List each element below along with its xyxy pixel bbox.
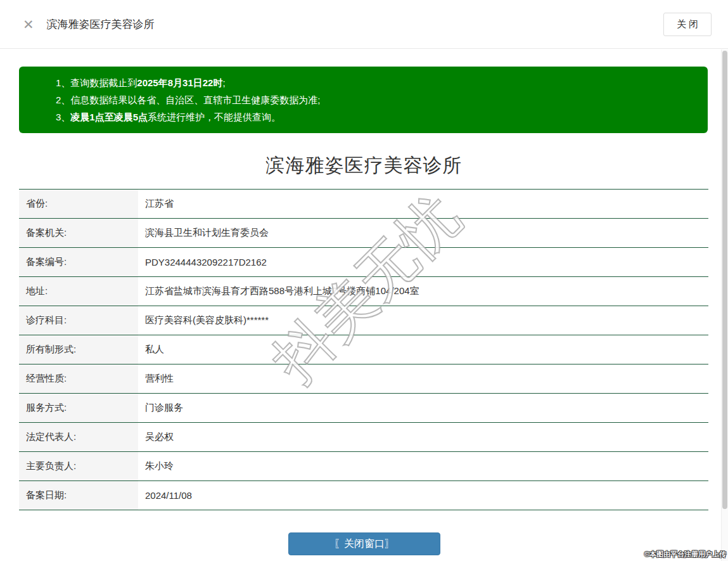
row-value: 2024/11/08 [138,481,708,510]
window-title: 滨海雅姿医疗美容诊所 [47,17,155,32]
table-row: 服务方式:门诊服务 [19,394,708,423]
page-title: 滨海雅姿医疗美容诊所 [0,153,728,179]
row-value: 江苏省 [138,190,708,218]
row-value: 吴必权 [138,423,708,451]
row-label: 所有制形式: [19,335,138,364]
row-value: 私人 [138,335,708,364]
row-label: 经营性质: [19,364,138,393]
scrollbar-thumb[interactable] [722,51,727,509]
table-row: 地址:江苏省盐城市滨海县育才西路588号港利上城7号楼商铺104/204室 [19,277,708,306]
row-label: 备案编号: [19,248,138,276]
row-label: 服务方式: [19,394,138,422]
table-row: 备案机关:滨海县卫生和计划生育委员会 [19,219,708,248]
row-label: 地址: [19,277,138,306]
row-value: 滨海县卫生和计划生育委员会 [138,219,708,247]
table-row: 备案日期:2024/11/08 [19,481,708,510]
notice-box: 1、查询数据截止到2025年8月31日22时; 2、信息数据结果以各省、自治区、… [19,67,708,133]
row-value: PDY32444432092217D2162 [138,248,708,276]
detail-table: 省份:江苏省备案机关:滨海县卫生和计划生育委员会备案编号:PDY32444432… [19,189,708,510]
table-row: 经营性质:营利性 [19,364,708,394]
top-bar: ✕ 滨海雅姿医疗美容诊所 关 闭 [0,0,728,49]
vertical-scrollbar[interactable] [721,49,728,561]
close-button[interactable]: 关 闭 [663,13,712,36]
table-row: 诊疗科目:医疗美容科(美容皮肤科)****** [19,306,708,335]
row-value: 朱小玲 [138,452,708,480]
notice-line-2: 2、信息数据结果以各省、自治区、直辖市卫生健康委数据为准; [56,91,695,108]
row-label: 省份: [19,190,138,218]
row-value: 江苏省盐城市滨海县育才西路588号港利上城7号楼商铺104/204室 [138,277,708,306]
table-row: 省份:江苏省 [19,190,708,219]
table-row: 所有制形式:私人 [19,335,708,364]
row-label: 备案日期: [19,481,138,510]
row-value: 门诊服务 [138,394,708,422]
row-value: 营利性 [138,364,708,393]
row-value: 医疗美容科(美容皮肤科)****** [138,306,708,335]
close-x-icon[interactable]: ✕ [23,18,34,31]
row-label: 主要负责人: [19,452,138,480]
table-row: 法定代表人:吴必权 [19,423,708,452]
bottom-right-watermark: ©本图由平台注册用户上传 [644,550,726,559]
row-label: 法定代表人: [19,423,138,451]
table-row: 备案编号:PDY32444432092217D2162 [19,248,708,277]
close-window-button[interactable]: 〖关闭窗口〗 [288,532,440,555]
table-row: 主要负责人:朱小玲 [19,452,708,481]
notice-line-3: 3、凌晨1点至凌晨5点系统进行维护，不能提供查询。 [56,108,695,126]
row-label: 诊疗科目: [19,306,138,335]
notice-line-1: 1、查询数据截止到2025年8月31日22时; [56,74,695,91]
row-label: 备案机关: [19,219,138,247]
